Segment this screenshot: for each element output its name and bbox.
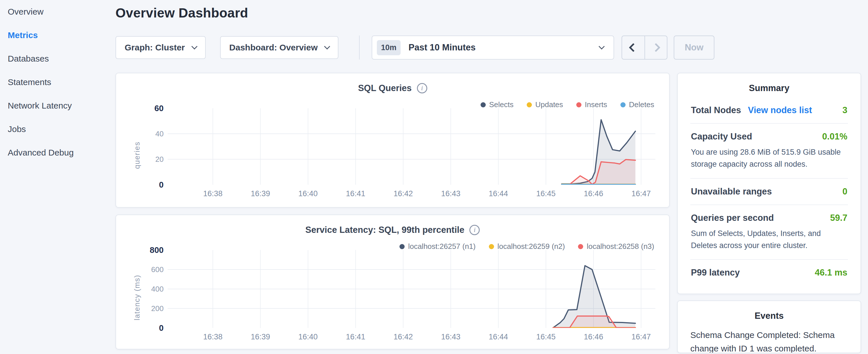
info-icon[interactable]: i bbox=[469, 225, 480, 235]
y-axis-ticks: 0204060 bbox=[144, 108, 168, 202]
y-axis-ticks: 0200400600800 bbox=[144, 250, 168, 345]
legend-dot bbox=[400, 244, 405, 249]
content-grid: SQL Queries i SelectsUpdatesInsertsDelet… bbox=[116, 73, 861, 353]
chart-plot[interactable] bbox=[168, 108, 655, 185]
y-tick-label: 0 bbox=[159, 181, 164, 189]
sql-queries-chart-card: SQL Queries i SelectsUpdatesInsertsDelet… bbox=[116, 73, 670, 207]
events-title: Events bbox=[690, 311, 848, 321]
legend-item-localhost-26258-n3: localhost:26258 (n3) bbox=[578, 242, 654, 251]
sidebar-item-network-latency[interactable]: Network Latency bbox=[8, 94, 116, 118]
sidebar-item-overview[interactable]: Overview bbox=[8, 0, 116, 24]
x-tick-label: 16:40 bbox=[288, 332, 328, 342]
chart-canvas[interactable] bbox=[168, 108, 655, 185]
legend-dot bbox=[480, 102, 486, 107]
graph-dropdown-label: Graph: Cluster bbox=[125, 43, 185, 53]
chart-title-row: Service Latency: SQL, 99th percentile i bbox=[130, 225, 655, 235]
y-tick-label: 600 bbox=[151, 265, 164, 274]
y-tick-label: 40 bbox=[155, 129, 164, 138]
service-latency-chart-card: Service Latency: SQL, 99th percentile i … bbox=[116, 215, 670, 349]
summary-rows: Total NodesView nodes list3Capacity Used… bbox=[690, 97, 848, 286]
chart-plot[interactable] bbox=[168, 250, 655, 328]
y-tick-label: 20 bbox=[155, 155, 164, 164]
legend-dot bbox=[527, 102, 532, 107]
summary-row-p99-latency: P99 latency46.1 ms bbox=[690, 259, 848, 286]
summary-row-value: 0 bbox=[842, 187, 847, 197]
chevron-left-icon bbox=[629, 43, 638, 52]
controls-divider bbox=[359, 35, 360, 60]
summary-row-value: 59.7 bbox=[830, 213, 847, 223]
events-panel: Events Schema Change Completed: Schema c… bbox=[677, 300, 861, 353]
chart-title: SQL Queries bbox=[358, 83, 411, 93]
chevron-right-icon bbox=[652, 43, 660, 52]
summary-row-capacity-used: Capacity Used0.01%You are using 28.6 MiB… bbox=[690, 123, 848, 178]
legend-label: localhost:26258 (n3) bbox=[587, 242, 654, 251]
view-nodes-list-link[interactable]: View nodes list bbox=[748, 105, 812, 116]
charts-column: SQL Queries i SelectsUpdatesInsertsDelet… bbox=[116, 73, 670, 349]
x-tick-label: 16:46 bbox=[574, 189, 614, 198]
info-icon[interactable]: i bbox=[417, 83, 427, 93]
legend-item-localhost-26257-n1: localhost:26257 (n1) bbox=[400, 242, 476, 251]
summary-row-value: 46.1 ms bbox=[815, 267, 847, 278]
x-tick-label: 16:44 bbox=[478, 332, 518, 342]
chevron-down-icon bbox=[191, 43, 197, 49]
sidebar-item-statements[interactable]: Statements bbox=[8, 70, 116, 94]
side-column: Summary Total NodesView nodes list3Capac… bbox=[677, 73, 861, 353]
x-tick-label: 16:45 bbox=[526, 189, 566, 198]
x-tick-label: 16:44 bbox=[478, 189, 518, 198]
x-tick-label: 16:43 bbox=[431, 332, 471, 342]
chart-area: queries 0204060 16:3816:3916:4016:4116:4… bbox=[130, 108, 655, 202]
legend-label: Updates bbox=[535, 100, 563, 109]
x-axis-ticks: 16:3816:3916:4016:4116:4216:4316:4416:45… bbox=[168, 332, 655, 345]
time-range-label: Past 10 Minutes bbox=[409, 42, 600, 53]
time-range-badge: 10m bbox=[377, 40, 400, 55]
legend-label: Selects bbox=[489, 100, 514, 109]
sidebar-item-metrics[interactable]: Metrics bbox=[8, 24, 116, 47]
y-axis-title: queries bbox=[130, 108, 144, 202]
chart-title-row: SQL Queries i bbox=[130, 83, 655, 93]
time-step-buttons bbox=[622, 35, 668, 60]
x-tick-label: 16:39 bbox=[241, 332, 281, 342]
summary-row-description: Sum of Selects, Updates, Inserts, and De… bbox=[691, 228, 847, 252]
summary-row-unavailable-ranges: Unavailable ranges0 bbox=[690, 178, 848, 204]
sidebar-item-advanced-debug[interactable]: Advanced Debug bbox=[8, 141, 116, 164]
summary-row-label: Unavailable ranges bbox=[691, 187, 772, 197]
legend-dot bbox=[578, 244, 583, 249]
chart-legend: localhost:26257 (n1)localhost:26259 (n2)… bbox=[400, 242, 654, 251]
sidebar-nav-list: OverviewMetricsDatabasesStatementsNetwor… bbox=[8, 0, 116, 164]
sidebar-item-databases[interactable]: Databases bbox=[8, 47, 116, 70]
sidebar: OverviewMetricsDatabasesStatementsNetwor… bbox=[0, 0, 116, 354]
legend-dot bbox=[576, 102, 582, 107]
plot-column: 16:3816:3916:4016:4116:4216:4316:4416:45… bbox=[168, 108, 655, 202]
chevron-down-icon bbox=[599, 43, 604, 49]
now-button[interactable]: Now bbox=[674, 35, 714, 60]
chart-title: Service Latency: SQL, 99th percentile bbox=[306, 225, 465, 235]
legend-item-localhost-26259-n2: localhost:26259 (n2) bbox=[489, 242, 565, 251]
summary-row-value: 3 bbox=[842, 105, 847, 116]
y-axis-title: latency (ms) bbox=[130, 250, 144, 345]
summary-row-value: 0.01% bbox=[822, 131, 847, 142]
time-back-button[interactable] bbox=[622, 36, 645, 59]
summary-row-queries-per-second: Queries per second59.7Sum of Selects, Up… bbox=[690, 204, 848, 259]
graph-dropdown[interactable]: Graph: Cluster bbox=[116, 36, 206, 59]
sidebar-item-jobs[interactable]: Jobs bbox=[8, 118, 116, 141]
dashboard-dropdown[interactable]: Dashboard: Overview bbox=[220, 36, 338, 59]
x-tick-label: 16:47 bbox=[621, 189, 661, 198]
x-tick-label: 16:38 bbox=[193, 332, 233, 342]
event-message: Schema Change Completed: Schema change w… bbox=[690, 328, 848, 353]
main-content: Overview Dashboard Graph: Cluster Dashbo… bbox=[116, 0, 868, 354]
x-tick-label: 16:38 bbox=[193, 189, 233, 198]
x-axis-ticks: 16:3816:3916:4016:4116:4216:4316:4416:45… bbox=[168, 189, 655, 202]
legend-label: Inserts bbox=[585, 100, 607, 109]
legend-item-updates: Updates bbox=[527, 100, 563, 109]
chevron-down-icon bbox=[324, 43, 330, 49]
time-range-dropdown[interactable]: 10m Past 10 Minutes bbox=[372, 35, 614, 60]
summary-panel: Summary Total NodesView nodes list3Capac… bbox=[677, 73, 861, 294]
page-title: Overview Dashboard bbox=[116, 5, 861, 21]
app-root: OverviewMetricsDatabasesStatementsNetwor… bbox=[0, 0, 868, 354]
time-forward-button[interactable] bbox=[645, 36, 667, 59]
chart-canvas[interactable] bbox=[168, 250, 655, 328]
x-tick-label: 16:42 bbox=[383, 332, 423, 342]
x-tick-label: 16:39 bbox=[241, 189, 281, 198]
x-tick-label: 16:42 bbox=[383, 189, 423, 198]
summary-title: Summary bbox=[690, 83, 848, 93]
